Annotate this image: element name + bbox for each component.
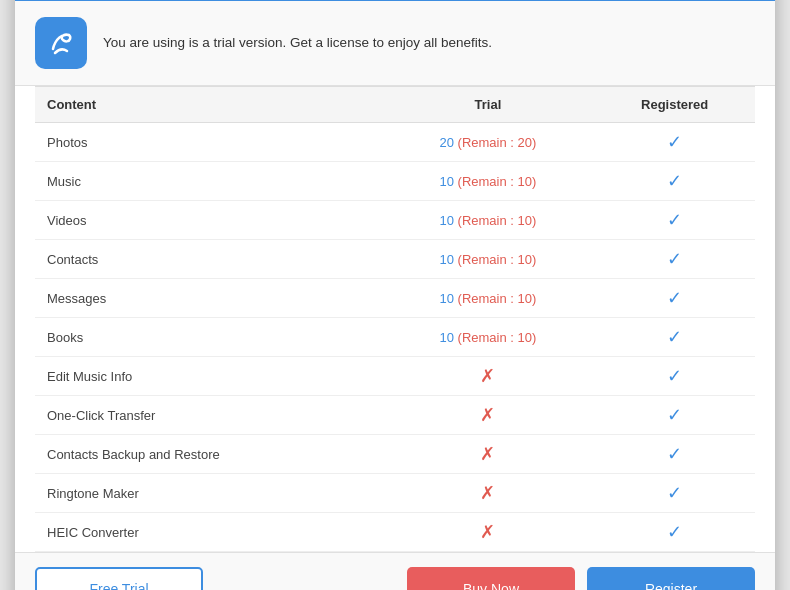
trial-value: 10 (Remain : 10) (382, 201, 595, 240)
col-header-registered: Registered (594, 87, 755, 123)
free-trial-button[interactable]: Free Trial (35, 567, 203, 590)
feature-name: Books (35, 318, 382, 357)
table-row: Books10 (Remain : 10)✓ (35, 318, 755, 357)
app-icon (35, 17, 87, 69)
registered-value: ✓ (594, 240, 755, 279)
col-header-content: Content (35, 87, 382, 123)
registered-value: ✓ (594, 357, 755, 396)
table-row: Edit Music Info✗✓ (35, 357, 755, 396)
registered-value: ✓ (594, 162, 755, 201)
registered-value: ✓ (594, 396, 755, 435)
table-row: Contacts10 (Remain : 10)✓ (35, 240, 755, 279)
trial-value: 10 (Remain : 10) (382, 162, 595, 201)
trial-value: ✗ (382, 435, 595, 474)
trial-value: ✗ (382, 357, 595, 396)
feature-name: Contacts (35, 240, 382, 279)
registered-value: ✓ (594, 474, 755, 513)
registered-value: ✓ (594, 123, 755, 162)
table-row: Ringtone Maker✗✓ (35, 474, 755, 513)
table-row: Music10 (Remain : 10)✓ (35, 162, 755, 201)
registered-value: ✓ (594, 318, 755, 357)
feature-name: Contacts Backup and Restore (35, 435, 382, 474)
table-row: Photos20 (Remain : 20)✓ (35, 123, 755, 162)
table-row: One-Click Transfer✗✓ (35, 396, 755, 435)
header-message: You are using is a trial version. Get a … (103, 34, 492, 53)
trial-value: 20 (Remain : 20) (382, 123, 595, 162)
trial-value: ✗ (382, 513, 595, 552)
trial-value: 10 (Remain : 10) (382, 318, 595, 357)
feature-name: Messages (35, 279, 382, 318)
registered-value: ✓ (594, 201, 755, 240)
table-header-row: Content Trial Registered (35, 87, 755, 123)
register-window: Register ✕ You are using is a trial vers… (15, 0, 775, 590)
col-header-trial: Trial (382, 87, 595, 123)
feature-name: Music (35, 162, 382, 201)
trial-value: ✗ (382, 474, 595, 513)
feature-name: HEIC Converter (35, 513, 382, 552)
table-row: Contacts Backup and Restore✗✓ (35, 435, 755, 474)
registered-value: ✓ (594, 435, 755, 474)
feature-name: One-Click Transfer (35, 396, 382, 435)
table-row: HEIC Converter✗✓ (35, 513, 755, 552)
table-container: Content Trial Registered Photos20 (Remai… (15, 86, 775, 552)
trial-value: 10 (Remain : 10) (382, 240, 595, 279)
registered-value: ✓ (594, 513, 755, 552)
registered-value: ✓ (594, 279, 755, 318)
feature-name: Edit Music Info (35, 357, 382, 396)
feature-name: Photos (35, 123, 382, 162)
feature-name: Ringtone Maker (35, 474, 382, 513)
table-row: Videos10 (Remain : 10)✓ (35, 201, 755, 240)
footer: Free Trial Buy Now Register (15, 552, 775, 590)
header-section: You are using is a trial version. Get a … (15, 1, 775, 86)
feature-name: Videos (35, 201, 382, 240)
trial-value: 10 (Remain : 10) (382, 279, 595, 318)
features-table: Content Trial Registered Photos20 (Remai… (35, 86, 755, 552)
table-row: Messages10 (Remain : 10)✓ (35, 279, 755, 318)
trial-value: ✗ (382, 396, 595, 435)
register-button[interactable]: Register (587, 567, 755, 590)
buy-now-button[interactable]: Buy Now (407, 567, 575, 590)
